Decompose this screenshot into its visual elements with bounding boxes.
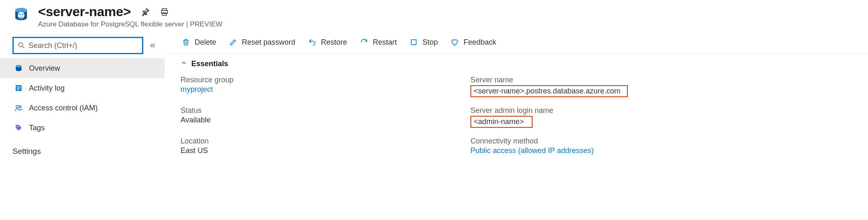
chevron-up-icon [181, 60, 187, 68]
activity-log-icon [14, 84, 23, 93]
heart-icon [450, 38, 459, 47]
people-icon [14, 103, 23, 112]
button-label: Restart [373, 38, 397, 47]
page-subtitle: Azure Database for PostgreSQL flexible s… [38, 20, 222, 29]
pencil-icon [229, 38, 238, 47]
svg-point-19 [17, 126, 18, 127]
field-label: Resource group [181, 76, 462, 84]
restart-button[interactable]: Restart [359, 38, 397, 47]
search-input[interactable] [29, 41, 138, 50]
sidebar-item-label: Activity log [29, 84, 65, 93]
sidebar-item-activity-log[interactable]: Activity log [0, 78, 165, 98]
page-header: <server-name> Azure Database for Postgre… [0, 0, 868, 33]
svg-point-4 [22, 14, 23, 15]
field-label: Location [181, 137, 462, 146]
field-status: Status Available [181, 106, 462, 128]
server-name-highlight: <server-name>.postres.database.azure.com [470, 85, 628, 97]
button-label: Delete [195, 38, 216, 47]
svg-point-17 [16, 105, 19, 108]
button-label: Stop [422, 38, 438, 47]
status-value: Available [181, 116, 462, 124]
sidebar: Overview Activity log [0, 33, 165, 216]
sidebar-section-settings: Settings [0, 138, 165, 159]
sidebar-item-label: Overview [29, 64, 60, 73]
admin-login-value[interactable]: <admin-name> [474, 117, 524, 126]
stop-icon [409, 38, 418, 47]
svg-point-18 [19, 106, 21, 108]
svg-point-12 [16, 65, 22, 67]
svg-rect-8 [162, 12, 166, 15]
field-resource-group: Resource group myproject [181, 76, 462, 97]
search-icon [18, 42, 24, 50]
location-value: East US [181, 146, 462, 155]
trash-icon [181, 38, 190, 47]
undo-icon [308, 38, 317, 47]
svg-rect-14 [17, 86, 21, 87]
sidebar-item-overview[interactable]: Overview [0, 58, 165, 78]
button-label: Reset password [242, 38, 295, 47]
svg-line-10 [22, 46, 24, 48]
field-label: Status [181, 106, 462, 115]
field-label: Server admin login name [470, 106, 719, 115]
command-bar: Delete Reset password Restore [165, 35, 868, 54]
field-connectivity: Connectivity method Public access (allow… [470, 137, 719, 155]
database-icon [14, 64, 23, 73]
pin-icon[interactable] [141, 7, 150, 17]
svg-point-3 [19, 14, 20, 15]
svg-rect-22 [411, 40, 416, 45]
sidebar-item-tags[interactable]: Tags [0, 118, 165, 138]
sidebar-item-label: Tags [29, 124, 45, 132]
delete-button[interactable]: Delete [181, 38, 216, 47]
svg-point-9 [19, 43, 23, 47]
tag-icon [14, 123, 23, 132]
header-title-block: <server-name> Azure Database for Postgre… [38, 4, 222, 29]
field-location: Location East US [181, 137, 462, 155]
restore-button[interactable]: Restore [308, 38, 347, 47]
sidebar-item-access-control[interactable]: Access control (IAM) [0, 98, 165, 118]
resource-group-link[interactable]: myproject [181, 85, 462, 94]
essentials-panel: Resource group myproject Server name <se… [165, 72, 868, 155]
page-title: <server-name> [38, 4, 131, 19]
refresh-icon [359, 38, 369, 47]
connectivity-link[interactable]: Public access (allowed IP addresses) [470, 146, 719, 155]
field-label: Server name [470, 76, 719, 84]
print-icon[interactable] [160, 7, 169, 17]
field-server-name: Server name <server-name>.postres.databa… [470, 76, 719, 97]
search-box[interactable] [12, 37, 143, 54]
main-content: Delete Reset password Restore [165, 33, 868, 216]
server-name-value[interactable]: <server-name>.postres.database.azure.com [474, 87, 620, 95]
reset-password-button[interactable]: Reset password [229, 38, 295, 47]
essentials-label: Essentials [191, 60, 228, 68]
svg-rect-16 [17, 89, 19, 90]
field-label: Connectivity method [470, 137, 719, 146]
sidebar-item-label: Access control (IAM) [29, 104, 98, 112]
collapse-sidebar-icon[interactable] [149, 42, 157, 49]
stop-button[interactable]: Stop [409, 38, 438, 47]
field-admin-login: Server admin login name <admin-name> [470, 106, 719, 128]
button-label: Feedback [463, 38, 496, 47]
svg-rect-15 [17, 88, 21, 89]
admin-login-highlight: <admin-name> [470, 116, 533, 128]
resource-icon [12, 6, 30, 23]
button-label: Restore [321, 38, 347, 47]
essentials-toggle[interactable]: Essentials [165, 54, 868, 72]
feedback-button[interactable]: Feedback [450, 38, 496, 47]
